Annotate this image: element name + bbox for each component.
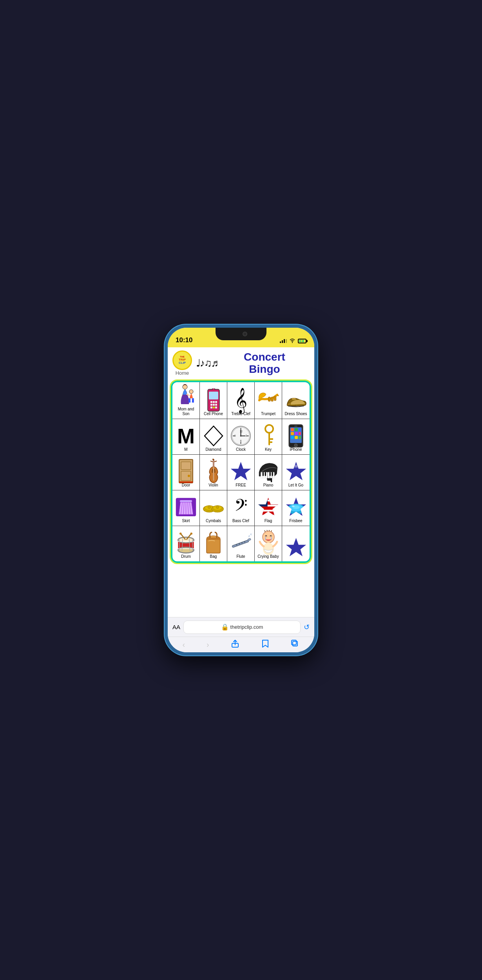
cell-violin[interactable]: Violin <box>200 455 227 490</box>
cell-let-it-go[interactable]: Let It Go <box>282 455 310 490</box>
home-link[interactable]: Home <box>176 370 189 376</box>
svg-rect-10 <box>215 404 217 406</box>
svg-rect-130 <box>232 540 249 548</box>
bookmarks-button[interactable] <box>261 639 270 650</box>
bass-clef-image: 𝄢 <box>230 496 252 518</box>
camera <box>243 332 247 336</box>
bingo-row-5: Drum <box>172 526 310 561</box>
svg-point-104 <box>261 501 262 502</box>
cell-crying-baby[interactable]: Crying Baby <box>255 526 282 561</box>
url-bar[interactable]: 🔒 thetripclip.com <box>183 621 301 634</box>
cell-dress-shoes[interactable]: Dress Shoes <box>282 382 310 419</box>
svg-rect-46 <box>299 436 301 439</box>
cell-diamond[interactable]: Diamond <box>200 419 227 454</box>
cell-flute[interactable]: ♪ ♫ Flute <box>227 526 255 561</box>
bingo-row-4: Skirt <box>172 490 310 526</box>
diamond-image <box>203 425 224 446</box>
flag-star-image <box>257 496 279 518</box>
reload-button[interactable]: ↺ <box>304 623 310 632</box>
cell-flag-star[interactable]: Flag <box>255 490 282 526</box>
cell-cymbals[interactable]: Cymbals <box>200 490 227 526</box>
clock-image: 12 3 6 9 <box>230 425 252 446</box>
forward-button[interactable]: › <box>207 640 209 649</box>
svg-point-0 <box>292 342 293 343</box>
clock-label: Clock <box>236 447 246 452</box>
cell-iphone[interactable]: iPhone <box>282 419 310 454</box>
tabs-button[interactable] <box>291 639 299 650</box>
time-display: 10:10 <box>176 336 192 344</box>
frisbee-label: Frisbee <box>289 519 302 523</box>
svg-rect-90 <box>257 496 279 499</box>
svg-text:3: 3 <box>245 434 247 437</box>
app-content: THE TRIP CLIP Home ♩♪♫♬ ConcertBingo <box>168 347 314 617</box>
cell-door[interactable]: Door <box>172 455 200 490</box>
star-last-image <box>285 537 307 558</box>
svg-point-131 <box>236 544 237 545</box>
svg-rect-33 <box>268 433 270 445</box>
iphone-image <box>285 425 307 446</box>
lock-icon: 🔒 <box>221 623 229 631</box>
free-star-image <box>230 461 252 482</box>
cell-trumpet[interactable]: Trumpet <box>255 382 282 419</box>
svg-point-143 <box>263 543 274 555</box>
skirt-label: Skirt <box>182 519 190 523</box>
let-it-go-image <box>285 461 307 482</box>
door-image <box>175 461 197 482</box>
bingo-wrapper: Mom andSon <box>168 379 314 566</box>
diamond-label: Diamond <box>205 447 221 452</box>
cymbals-image <box>203 496 224 518</box>
cell-treble-clef[interactable]: 𝄞 Treble Clef <box>227 382 255 419</box>
logo-clip: CLIP <box>179 361 186 365</box>
svg-point-99 <box>264 497 265 499</box>
share-button[interactable] <box>231 639 239 650</box>
key-image <box>257 425 279 446</box>
back-button[interactable]: ‹ <box>182 640 185 649</box>
svg-line-139 <box>265 530 265 532</box>
crying-baby-label: Crying Baby <box>257 554 279 559</box>
bingo-row-1: Mom andSon <box>172 382 310 419</box>
frisbee-star-image <box>285 496 307 518</box>
piano-image <box>257 461 279 482</box>
cell-key[interactable]: Key <box>255 419 282 454</box>
cymbals-label: Cymbals <box>206 519 221 523</box>
svg-marker-144 <box>286 538 306 556</box>
title-area: ♩♪♫♬ ConcertBingo <box>196 351 310 376</box>
cell-piano[interactable]: Piano <box>255 455 282 490</box>
cell-free-star[interactable]: FREE <box>227 455 255 490</box>
bingo-grid: Mom andSon <box>171 381 311 563</box>
svg-point-138 <box>263 531 274 543</box>
svg-marker-18 <box>205 426 223 446</box>
phone-frame: 10:10 ⚡ <box>165 325 317 655</box>
phone-screen: 10:10 ⚡ <box>168 328 314 652</box>
svg-rect-70 <box>269 472 270 476</box>
cell-star-last[interactable] <box>282 526 310 561</box>
svg-point-86 <box>216 506 219 508</box>
bag-image <box>203 532 224 554</box>
svg-point-83 <box>208 506 211 508</box>
svg-rect-45 <box>295 436 298 439</box>
svg-rect-91 <box>257 501 279 505</box>
browser-bar: AA 🔒 thetripclip.com ↺ <box>168 617 314 637</box>
svg-point-47 <box>294 444 297 447</box>
signal-icon <box>280 339 287 343</box>
cell-bag[interactable]: Bag <box>200 526 227 561</box>
cell-mom-son[interactable]: Mom andSon <box>172 382 200 419</box>
svg-rect-12 <box>213 407 215 408</box>
cell-cell-phone[interactable]: Cell Phone <box>200 382 227 419</box>
cell-frisbee-star[interactable]: Frisbee <box>282 490 310 526</box>
svg-rect-9 <box>213 404 215 406</box>
door-label: Door <box>182 483 190 488</box>
cell-letter-m[interactable]: M M <box>172 419 200 454</box>
logo-area[interactable]: THE TRIP CLIP Home <box>172 350 192 376</box>
free-star-label: FREE <box>236 483 246 488</box>
cell-drum[interactable]: Drum <box>172 526 200 561</box>
letter-m-image: M <box>175 425 197 446</box>
cell-skirt[interactable]: Skirt <box>172 490 200 526</box>
bottom-nav: ‹ › <box>168 637 314 652</box>
cell-clock[interactable]: 12 3 6 9 Clock <box>227 419 255 454</box>
aa-button[interactable]: AA <box>172 624 180 630</box>
svg-point-32 <box>265 425 273 433</box>
cell-bass-clef[interactable]: 𝄢 Bass Clef <box>227 490 255 526</box>
svg-point-105 <box>262 501 263 502</box>
violin-image <box>203 461 224 482</box>
